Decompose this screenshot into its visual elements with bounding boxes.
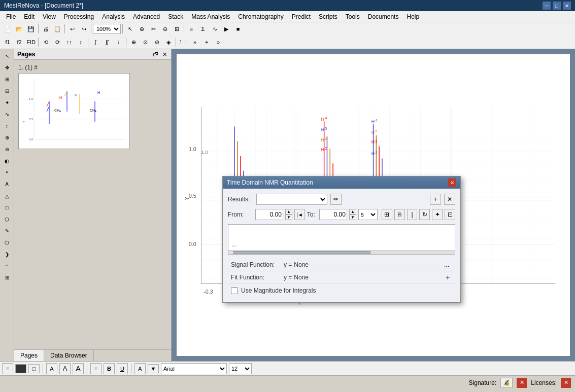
menu-item-stack[interactable]: Stack <box>164 11 187 22</box>
licenses-button[interactable]: ✕ <box>561 378 571 388</box>
pdf-button[interactable]: 📋 <box>52 23 63 34</box>
tb2-4[interactable]: ⟲ <box>40 37 51 48</box>
tb2-8[interactable]: ∫ <box>90 37 101 48</box>
signal-dots-button[interactable]: ... <box>441 260 452 269</box>
menu-item-processing[interactable]: Processing <box>60 11 98 22</box>
menu-item-tools[interactable]: Tools <box>342 11 364 22</box>
new-button[interactable]: 📄 <box>2 23 13 34</box>
table-button[interactable]: ⊞ <box>382 209 392 220</box>
menu-item-mass-analysis[interactable]: Mass Analysis <box>187 11 234 22</box>
font-color-select[interactable]: ▼ <box>148 364 159 373</box>
underline-button[interactable]: U <box>117 363 128 374</box>
export-button[interactable]: ⊡ <box>445 209 455 220</box>
left-tool-3[interactable]: ⊞ <box>2 74 13 85</box>
tb2-11[interactable]: ⊕ <box>128 37 139 48</box>
tab-pages[interactable]: Pages <box>14 350 44 361</box>
left-tool-4[interactable]: ⊟ <box>2 85 13 96</box>
menu-item-edit[interactable]: Edit <box>20 11 39 22</box>
from-spin-up[interactable]: ▲ <box>285 209 292 215</box>
sidebar-restore-btn[interactable]: 🗗 <box>152 51 159 58</box>
tool7[interactable]: Σ <box>197 23 209 34</box>
border-button[interactable]: □ <box>28 364 40 373</box>
left-tool-14[interactable]: □ <box>2 202 13 213</box>
open-button[interactable]: 📂 <box>14 23 25 34</box>
tool10[interactable]: ■ <box>232 23 244 34</box>
tb2-13[interactable]: ⊘ <box>151 37 162 48</box>
menu-item-chromatography[interactable]: Chromatography <box>234 11 287 22</box>
left-tool-10[interactable]: ◐ <box>2 155 13 166</box>
menu-item-advanced[interactable]: Advanced <box>129 11 164 22</box>
tb2-5[interactable]: ⟳ <box>52 37 63 48</box>
left-tool-6[interactable]: ∿ <box>2 109 13 120</box>
menu-item-analysis[interactable]: Analysis <box>98 11 129 22</box>
left-tool-19[interactable]: ≡ <box>2 260 13 271</box>
signal-scrollbar[interactable] <box>228 250 455 254</box>
tool2[interactable]: ⊕ <box>136 23 147 34</box>
text-size-large-button[interactable]: A <box>73 363 84 374</box>
tb2-16[interactable]: » <box>189 37 200 48</box>
tb2-17[interactable]: ⌖ <box>201 37 212 48</box>
zoom-select[interactable]: 100% 50% 75% 150% <box>93 24 121 34</box>
tool6[interactable]: ≡ <box>186 23 197 34</box>
left-tool-15[interactable]: ⬡ <box>2 213 13 225</box>
tool8[interactable]: ∿ <box>209 23 220 34</box>
nav-button[interactable]: |◄ <box>294 209 305 220</box>
dialog-close-button[interactable]: ✕ <box>448 179 456 187</box>
from-input[interactable] <box>255 209 283 220</box>
menu-item-file[interactable]: File <box>2 11 20 22</box>
align-left-button[interactable]: ≡ <box>2 363 13 374</box>
sidebar-close-btn[interactable]: ✕ <box>161 51 168 58</box>
tool3[interactable]: ✂ <box>148 23 159 34</box>
left-tool-12[interactable]: A <box>2 179 13 190</box>
left-tool-16[interactable]: ✎ <box>2 225 13 236</box>
from-spin-down[interactable]: ▼ <box>285 215 292 220</box>
remove-result-button[interactable]: ✕ <box>444 194 455 205</box>
tb2-3[interactable]: FID <box>25 37 37 48</box>
font-family-select[interactable]: Arial <box>161 363 227 374</box>
undo-button[interactable]: ↩ <box>66 23 78 34</box>
left-tool-17[interactable]: ⬡ <box>2 237 13 248</box>
left-tool-9[interactable]: ⊖ <box>2 144 13 155</box>
to-spin-down[interactable]: ▼ <box>349 215 356 220</box>
sep-button[interactable]: | <box>407 209 418 220</box>
signal-scrollbar-thumb[interactable] <box>233 251 370 254</box>
unit-select[interactable]: s ms <box>358 209 378 220</box>
tab-data-browser[interactable]: Data Browser <box>44 350 94 361</box>
add-result-button[interactable]: + <box>430 194 441 205</box>
close-button[interactable]: ✕ <box>563 2 571 10</box>
left-tool-18[interactable]: ❯ <box>2 248 13 260</box>
fit-add-button[interactable]: + <box>443 273 452 282</box>
left-tool-11[interactable]: ⌖ <box>2 167 13 178</box>
results-select[interactable] <box>256 194 327 205</box>
text-size-small-button[interactable]: A <box>46 363 57 374</box>
color-button[interactable] <box>15 364 26 373</box>
left-tool-8[interactable]: ⊕ <box>2 132 13 143</box>
minimize-button[interactable]: ─ <box>543 2 551 10</box>
tb2-10[interactable]: ≀ <box>113 37 124 48</box>
tb2-14[interactable]: ◈ <box>163 37 174 48</box>
left-tool-2[interactable]: ✥ <box>2 62 13 73</box>
bold-button[interactable]: B <box>104 363 115 374</box>
menu-item-documents[interactable]: Documents <box>364 11 403 22</box>
font-size-select[interactable]: 12 <box>229 363 252 374</box>
text-size-med-button[interactable]: A <box>59 363 71 374</box>
to-spin-up[interactable]: ▲ <box>349 209 356 215</box>
tb2-6[interactable]: ↑↑ <box>63 37 75 48</box>
arrow-button[interactable]: ↻ <box>419 209 430 220</box>
left-tool-7[interactable]: ↕ <box>2 120 13 131</box>
left-tool-20[interactable]: ⊞ <box>2 272 13 283</box>
tool-button[interactable]: ✦ <box>432 209 443 220</box>
tb2-18[interactable]: » <box>213 37 224 48</box>
tb2-7[interactable]: ↕ <box>75 37 86 48</box>
tool1[interactable]: ↖ <box>124 23 136 34</box>
edit-button[interactable]: ✏ <box>330 194 342 205</box>
menu-item-help[interactable]: Help <box>402 11 423 22</box>
redo-button[interactable]: ↪ <box>78 23 89 34</box>
align-button[interactable]: ≡ <box>90 363 102 374</box>
print-button[interactable]: 🖨 <box>40 23 51 34</box>
tool4[interactable]: ⊖ <box>159 23 171 34</box>
tb2-15[interactable]: ⋮⋮ <box>178 37 189 48</box>
copy-button[interactable]: ⎘ <box>394 209 405 220</box>
save-button[interactable]: 💾 <box>25 23 37 34</box>
menu-item-scripts[interactable]: Scripts <box>315 11 342 22</box>
